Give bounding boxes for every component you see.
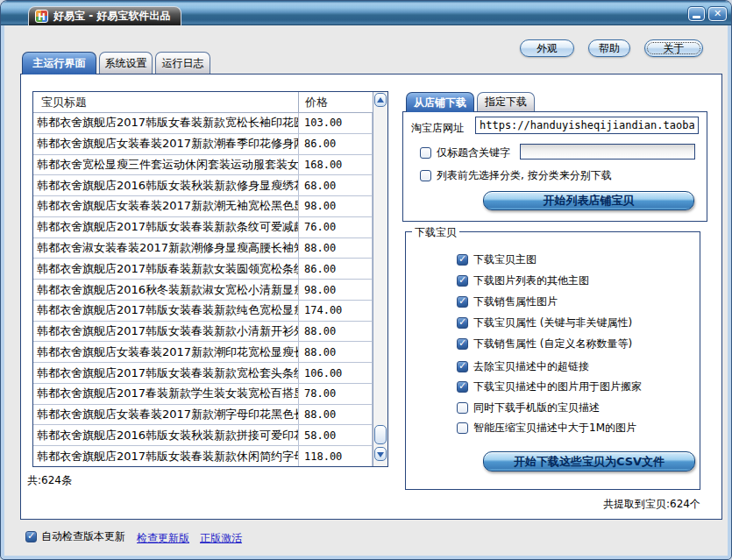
item-price-cell: 86.00: [299, 134, 373, 154]
keyword-input[interactable]: [520, 144, 695, 159]
table-row[interactable]: 韩都衣舍旗舰店2017韩版女春装新款宽松长袖印花圆...103.00: [33, 113, 373, 134]
item-price-cell: 88.00: [299, 405, 373, 425]
download-option: 下载图片列表的其他主图: [457, 273, 589, 288]
item-list-table: 宝贝标题 价格 韩都衣舍旗舰店2017韩版女春装新款宽松长袖印花圆...103.…: [33, 92, 373, 466]
item-price-cell: 103.00: [299, 113, 373, 133]
option-checkbox[interactable]: [457, 338, 468, 350]
tab-main-interface[interactable]: 主运行界面: [22, 52, 96, 74]
table-row[interactable]: 韩都衣舍旗舰店2017韩版春装新款女装圆领宽松条纹...86.00: [33, 259, 373, 280]
item-price-cell: 88.00: [299, 238, 373, 259]
option-checkbox[interactable]: [457, 381, 468, 393]
tab-system-settings[interactable]: 系统设置: [99, 52, 153, 74]
item-title-cell: 韩都衣舍旗舰店2017韩版女装春装新款宽松套头条纹...: [33, 363, 299, 383]
auto-update-checkbox[interactable]: [25, 531, 37, 542]
download-option: 智能压缩宝贝描述中大于1M的图片: [457, 421, 636, 436]
option-label: 下载图片列表的其他主图: [473, 273, 589, 288]
item-price-cell: 98.00: [299, 280, 373, 300]
arrow-up-icon: [377, 97, 384, 103]
activate-license-link[interactable]: 正版激活: [200, 531, 242, 546]
table-row[interactable]: 韩都衣舍旗舰店女装春装2017新款潮无袖宽松黑色显...98.00: [33, 196, 373, 217]
option-checkbox[interactable]: [457, 317, 468, 329]
close-button[interactable]: ✕: [708, 7, 727, 21]
download-csv-button[interactable]: 开始下载这些宝贝为CSV文件: [483, 451, 695, 471]
option-checkbox[interactable]: [457, 275, 468, 287]
arrow-down-icon: [377, 452, 384, 457]
item-price-cell: 106.00: [299, 363, 373, 383]
item-price-cell: 98.00: [299, 196, 373, 216]
table-row[interactable]: 韩都衣舍旗舰店2016韩版女装秋装新款修身显瘦绣花...68.00: [33, 175, 373, 196]
scrollbar-thumb[interactable]: [374, 425, 387, 444]
tab-run-log[interactable]: 运行日志: [155, 52, 210, 74]
app-window: H 好易宝 - 好易宝软件出品 ✕ 外观帮助关于 主运行界面系统设置运行日志 宝…: [0, 0, 732, 560]
option-label: 下载宝贝主图: [473, 252, 537, 267]
download-option: 下载销售属性 (自定义名称数量等): [457, 337, 632, 351]
appearance-button[interactable]: 外观: [520, 39, 574, 57]
shop-url-label: 淘宝店网址: [411, 121, 464, 136]
table-row[interactable]: 韩都衣舍旗舰店女装春装2017新款潮印花宽松显瘦长...88.00: [33, 342, 373, 363]
table-row[interactable]: 韩都衣舍旗舰店2017韩版女装春装新款小清新开衫外...88.00: [33, 322, 373, 343]
minimize-button[interactable]: [688, 7, 705, 21]
option-checkbox[interactable]: [457, 361, 468, 372]
help-button[interactable]: 帮助: [588, 39, 630, 57]
item-list: 宝贝标题 价格 韩都衣舍旗舰店2017韩版女春装新款宽松长袖印花圆...103.…: [32, 91, 388, 467]
column-header-title[interactable]: 宝贝标题: [33, 92, 299, 112]
item-price-cell: 68.00: [299, 175, 373, 195]
keyword-filter-checkbox[interactable]: [420, 147, 431, 159]
option-label: 下载宝贝属性 (关键与非关键属性): [473, 315, 632, 330]
table-row[interactable]: 韩都衣舍旗舰店女装春装2017新款潮春季印花修身两...86.00: [33, 134, 373, 155]
scroll-down-button[interactable]: [374, 447, 387, 461]
auto-update-label: 自动检查版本更新: [41, 529, 125, 544]
download-option: 下载宝贝主图: [457, 252, 537, 267]
close-icon: ✕: [709, 8, 726, 20]
table-row[interactable]: 韩都衣舍旗舰店2017春装新款学生装女装宽松百搭显...78.00: [33, 384, 373, 405]
option-checkbox[interactable]: [457, 296, 468, 308]
title-bar: H 好易宝 - 好易宝软件出品 ✕: [1, 1, 731, 25]
check-update-link[interactable]: 检查更新版: [137, 531, 189, 546]
table-row[interactable]: 韩都衣舍旗舰店2017韩版女装春装新款条纹可爱减龄...76.00: [33, 217, 373, 238]
window-title: 好易宝 - 好易宝软件出品: [53, 9, 170, 24]
table-row[interactable]: 韩都衣舍旗舰店2017韩版女装春装新款纯色宽松显瘦...174.00: [33, 301, 373, 322]
table-row[interactable]: 韩都衣舍旗舰店2017韩版女装春装新款休闲简约字母...118.00: [33, 446, 373, 466]
item-price-cell: 58.00: [299, 425, 373, 445]
column-header-price[interactable]: 价格: [299, 92, 373, 112]
item-price-cell: 88.00: [299, 342, 373, 362]
item-title-cell: 韩都衣舍旗舰店2017春装新款学生装女装宽松百搭显...: [33, 384, 299, 404]
title-tab: H 好易宝 - 好易宝软件出品: [28, 6, 181, 25]
tab-download-from-shop[interactable]: 从店铺下载: [406, 92, 474, 112]
shop-url-input[interactable]: [475, 117, 699, 134]
option-label: 下载销售属性图片: [473, 294, 558, 309]
download-options-legend: 下载宝贝: [412, 225, 459, 240]
list-shop-items-button[interactable]: 开始列表店铺宝贝: [483, 191, 694, 210]
option-checkbox[interactable]: [457, 402, 468, 414]
option-label: 智能压缩宝贝描述中大于1M的图片: [473, 421, 636, 436]
option-label: 去除宝贝描述中的超链接: [473, 359, 589, 374]
item-price-cell: 88.00: [299, 322, 373, 342]
table-row[interactable]: 韩都衣舍旗舰店2017韩版女装春装新款宽松套头条纹...106.00: [33, 363, 373, 384]
option-checkbox[interactable]: [457, 422, 468, 434]
download-option: 下载宝贝属性 (关键与非关键属性): [457, 315, 632, 330]
keyword-filter-label: 仅标题含关键字: [437, 145, 510, 160]
category-split-checkbox[interactable]: [420, 170, 431, 181]
item-title-cell: 韩都衣舍旗舰店2017韩版女装春装新款小清新开衫外...: [33, 322, 299, 342]
category-split-label: 列表前先选择分类, 按分类来分别下载: [437, 168, 612, 183]
item-price-cell: 76.00: [299, 217, 373, 237]
item-title-cell: 韩都衣舍旗舰店女装春装2017新款潮无袖宽松黑色显...: [33, 196, 299, 216]
scroll-up-button[interactable]: [374, 93, 387, 107]
table-row[interactable]: 韩都衣舍旗舰店2016秋冬装新款淑女宽松小清新显瘦...98.00: [33, 280, 373, 301]
tab-specified-download[interactable]: 指定下载: [477, 92, 535, 111]
list-scrollbar[interactable]: [373, 92, 387, 466]
item-title-cell: 韩都衣舍旗舰店女装春装2017新款潮春季印花修身两...: [33, 134, 299, 154]
item-title-cell: 韩都衣舍旗舰店2016秋冬装新款淑女宽松小清新显瘦...: [33, 280, 299, 300]
about-button[interactable]: 关于: [644, 39, 703, 57]
download-option: 去除宝贝描述中的超链接: [457, 359, 589, 374]
table-row[interactable]: 韩都衣舍淑女装春装2017新款潮修身显瘦高腰长袖知...88.00: [33, 238, 373, 259]
table-row[interactable]: 韩都衣舍旗舰店2016韩版女装秋装新款拼接可爱印花...58.00: [33, 425, 373, 446]
item-title-cell: 韩都衣舍旗舰店2017韩版女装春装新款纯色宽松显瘦...: [33, 301, 299, 321]
download-option: 下载销售属性图片: [457, 294, 558, 309]
download-option: 同时下载手机版的宝贝描述: [457, 401, 600, 415]
table-row[interactable]: 韩都衣舍旗舰店女装春装2017新款潮字母印花黑色长...88.00: [33, 405, 373, 426]
option-checkbox[interactable]: [457, 254, 468, 266]
option-label: 下载宝贝描述中的图片用于图片搬家: [473, 379, 642, 394]
table-row[interactable]: 韩都衣舍宽松显瘦三件套运动休闲套装运动服套装女...168.00: [33, 155, 373, 176]
extracted-count-label: 共提取到宝贝:624个: [525, 497, 700, 512]
